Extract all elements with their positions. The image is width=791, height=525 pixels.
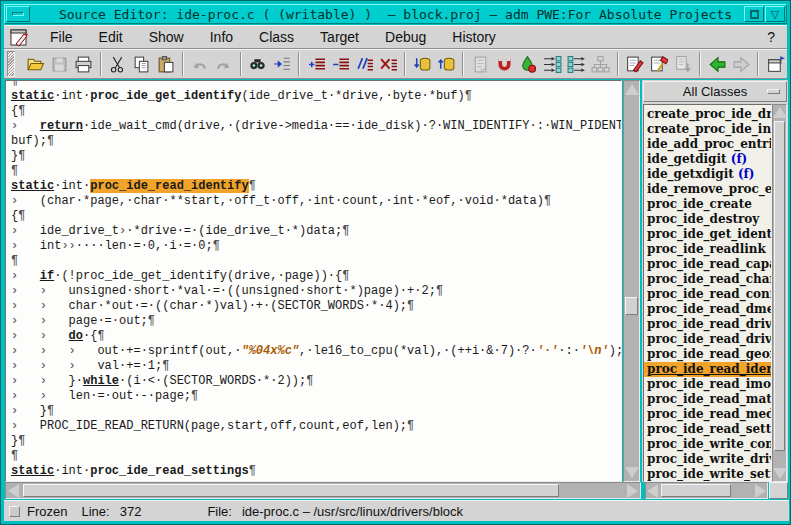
class-list-item[interactable]: proc_ide_write_driver xyxy=(644,452,771,467)
undo-icon xyxy=(190,55,209,74)
paste-button[interactable] xyxy=(155,51,177,77)
edit-source-button[interactable] xyxy=(624,51,646,77)
menu-file[interactable]: File xyxy=(37,27,86,47)
editor-vscroll-thumb[interactable] xyxy=(625,297,638,315)
class-list-item[interactable]: ide_getxdigit (f) xyxy=(644,167,771,182)
class-list-item[interactable]: ide_add_proc_entries xyxy=(644,137,771,152)
class-hierarchy-button[interactable] xyxy=(590,51,612,77)
undo-button[interactable] xyxy=(189,51,211,77)
cut-button[interactable] xyxy=(107,51,129,77)
class-list-item[interactable]: proc_ide_read_imodel xyxy=(644,377,771,392)
window-properties-button[interactable] xyxy=(764,51,786,77)
toolbar xyxy=(4,49,787,79)
menu-show[interactable]: Show xyxy=(136,27,197,47)
titlebar[interactable]: Source Editor: ide-proc.c ( (writable) )… xyxy=(4,4,787,24)
menu-info[interactable]: Info xyxy=(197,27,246,47)
history-back-button[interactable] xyxy=(706,51,728,77)
edit-implementation-button[interactable] xyxy=(648,51,670,77)
find-button[interactable] xyxy=(247,51,269,77)
scroll-right-arrow[interactable] xyxy=(755,484,766,498)
save-file-button[interactable] xyxy=(49,51,71,77)
scroll-right-arrow[interactable] xyxy=(627,484,638,498)
indent-remove-button[interactable] xyxy=(329,51,351,77)
uncomment-lines-button[interactable] xyxy=(377,51,399,77)
target-add-button[interactable] xyxy=(411,51,433,77)
scroll-down-arrow[interactable] xyxy=(773,468,787,479)
class-list-item[interactable]: proc_ide_read_config xyxy=(644,287,771,302)
class-list-item[interactable]: proc_ide_get_identify xyxy=(644,227,771,242)
class-list-item[interactable]: proc_ide_read_capacity xyxy=(644,257,771,272)
class-list-item[interactable]: proc_ide_read_channel xyxy=(644,272,771,287)
menu-debug[interactable]: Debug xyxy=(372,27,439,47)
find-icon xyxy=(248,55,267,74)
edit-source-icon xyxy=(625,55,644,74)
open-file-button[interactable] xyxy=(24,51,46,77)
classes-hscroll-thumb[interactable] xyxy=(661,484,731,497)
toolbar-separator xyxy=(404,52,406,76)
window-menu-button[interactable] xyxy=(6,6,30,22)
class-list-item[interactable]: proc_ide_destroy xyxy=(644,212,771,227)
class-list-item[interactable]: proc_ide_read_driver xyxy=(644,317,771,332)
class-list-item[interactable]: ide_getdigit (f) xyxy=(644,152,771,167)
code-line: › › }·while·(i·<·(SECTOR_WORDS·*·2));¶ xyxy=(11,374,621,389)
editor-hscroll-thumb[interactable] xyxy=(23,484,559,497)
class-list-item[interactable]: proc_ide_create xyxy=(644,197,771,212)
class-filter-dropdown[interactable]: All Classes xyxy=(643,81,787,102)
class-list-item[interactable]: proc_ide_read_media xyxy=(644,407,771,422)
editor-vscrollbar[interactable] xyxy=(623,80,640,482)
scroll-down-arrow[interactable] xyxy=(625,467,639,478)
scroll-left-arrow[interactable] xyxy=(647,484,658,498)
class-list-item-selected[interactable]: proc_ide_read_identify xyxy=(644,362,771,377)
show-callers-button[interactable] xyxy=(542,51,564,77)
syntax-check-button[interactable] xyxy=(469,51,491,77)
frozen-toggle[interactable] xyxy=(9,506,20,517)
code-line: › › do·{¶ xyxy=(11,329,621,344)
history-forward-button[interactable] xyxy=(730,51,752,77)
indent-add-button[interactable] xyxy=(305,51,327,77)
menu-target[interactable]: Target xyxy=(307,27,372,47)
print-button[interactable] xyxy=(73,51,95,77)
target-remove-button[interactable] xyxy=(435,51,457,77)
class-list-item[interactable]: ide_remove_proc_entries xyxy=(644,182,771,197)
export-doc-button[interactable] xyxy=(672,51,694,77)
class-list-item[interactable]: proc_ide_read_geometry xyxy=(644,347,771,362)
classes-hscrollbar[interactable] xyxy=(645,482,768,499)
class-list-item[interactable]: proc_ide_read_drivers xyxy=(644,332,771,347)
classes-vscroll-thumb[interactable] xyxy=(774,121,785,451)
class-list-item[interactable]: proc_ide_read_mate xyxy=(644,392,771,407)
editor-hscrollbar[interactable] xyxy=(5,482,641,499)
class-list-item[interactable]: proc_ide_read_dmesg xyxy=(644,302,771,317)
shade-button[interactable]: ▽ xyxy=(765,6,785,22)
class-list-item[interactable]: proc_ide_read_settings xyxy=(644,422,771,437)
option-menu-dash-icon xyxy=(767,89,780,94)
scroll-left-arrow[interactable] xyxy=(8,484,19,498)
class-list-item[interactable]: create_proc_ide_interfaces xyxy=(644,122,771,137)
menu-history[interactable]: History xyxy=(439,27,509,47)
menu-edit[interactable]: Edit xyxy=(86,27,136,47)
goto-symbol-button[interactable] xyxy=(271,51,293,77)
redo-button[interactable] xyxy=(213,51,235,77)
class-list-item[interactable]: proc_ide_readlink xyxy=(644,242,771,257)
scroll-up-arrow[interactable] xyxy=(625,84,639,95)
copy-button[interactable] xyxy=(131,51,153,77)
class-list-item[interactable]: proc_ide_write_settings xyxy=(644,467,771,482)
show-callees-button[interactable] xyxy=(566,51,588,77)
show-callers-icon xyxy=(543,55,562,74)
class-list-item[interactable]: proc_ide_write_config xyxy=(644,437,771,452)
classes-vscrollbar[interactable] xyxy=(772,104,787,482)
toolbar-gripper[interactable] xyxy=(7,51,15,77)
scroll-up-arrow[interactable] xyxy=(773,107,787,118)
menu-class[interactable]: Class xyxy=(246,27,307,47)
class-list-item[interactable]: create_proc_ide_drives xyxy=(644,107,771,122)
code-line: {¶ xyxy=(11,209,621,224)
edit-implementation-icon xyxy=(649,55,668,74)
comment-lines-button[interactable] xyxy=(353,51,375,77)
help-menu[interactable]: ? xyxy=(767,29,775,45)
save-file-icon xyxy=(50,55,69,74)
history-back-icon xyxy=(708,55,727,74)
code-editor[interactable]: ¶static·int·proc_ide_get_identify(ide_dr… xyxy=(5,80,622,482)
maximize-button[interactable] xyxy=(744,6,764,22)
symbol-lookup-button[interactable] xyxy=(518,51,540,77)
magnet-tool-button[interactable] xyxy=(494,51,516,77)
code-line: › › char·*out·=·((char·*)val)·+·(SECTOR_… xyxy=(11,299,621,314)
